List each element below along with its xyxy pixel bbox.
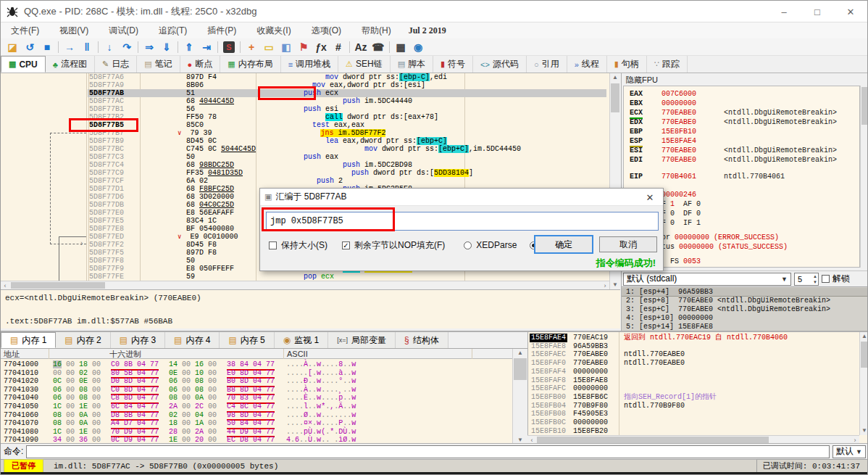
menu-item[interactable]: 视图(V) <box>49 22 99 38</box>
nop-fill-checkbox[interactable]: ✓ <box>342 241 350 249</box>
tab-内存 5[interactable]: ▤内存 5 <box>220 332 274 348</box>
menu-item[interactable]: 追踪(T) <box>149 22 197 38</box>
open-file-icon[interactable]: ◪ <box>4 40 21 54</box>
dump-row[interactable]: 7704106008 00 0A 00D8 8B 04 7702 00 04 0… <box>1 411 512 420</box>
disasm-row[interactable]: 5D8F77CF6A 02push 2 <box>1 177 608 185</box>
disasm-row[interactable]: 5D8F77A6897D F4mov dword ptr ss:[ebp-C],… <box>1 73 608 81</box>
memory-dump-view[interactable]: 7704100016 00 18 00C0 8B 04 7714 00 16 0… <box>1 359 512 445</box>
calculator-icon[interactable]: ▦ <box>392 40 409 54</box>
stack-row[interactable]: 15E8FAFC00000000 <box>528 384 859 393</box>
spinner-arrows-icon[interactable]: ▲▼ <box>813 273 817 285</box>
argument-row[interactable]: 2: [esp+8] 770EABE0 <ntdll.DbgUiRemoteBr… <box>622 297 868 305</box>
attach-icon[interactable]: ☎ <box>370 40 387 54</box>
disasm-row[interactable]: 5D8F77B585C0test eax,eax <box>1 121 608 129</box>
stack-row[interactable]: 15E8FAF815E8FAE8 <box>528 376 859 385</box>
pause-icon[interactable]: ‖ <box>78 40 96 54</box>
globe-icon[interactable]: ◉ <box>409 40 427 54</box>
stack-row[interactable]: 15E8FB04770B9F80ntdll.770B9F80 <box>528 402 859 410</box>
menu-item[interactable]: 收藏夹(I) <box>246 22 301 38</box>
tab-笔记[interactable]: ▤笔记 <box>137 56 180 73</box>
command-profile-select[interactable]: 默认▼ <box>832 445 866 458</box>
step-over-icon[interactable]: ↷ <box>118 40 135 54</box>
tab-源代码[interactable]: <>源代码 <box>473 56 527 73</box>
argument-row[interactable]: 5: [esp+14] 15E8FAE8 <box>622 323 868 331</box>
keep-size-checkbox[interactable] <box>269 241 277 249</box>
tab-内存 3[interactable]: ▤内存 3 <box>111 332 165 348</box>
disasm-row[interactable]: 5D8F77B7∨79 39jns im.5D8F77F2 <box>1 129 608 137</box>
dialog-close-icon[interactable]: ✕ <box>641 189 659 206</box>
stack-row[interactable]: 15E8FAF0770EABE0ntdll.770EABE0 <box>528 359 859 368</box>
register-row[interactable]: EBX00000000 <box>624 99 859 108</box>
xedparse-radio[interactable] <box>464 241 472 249</box>
disasm-row[interactable]: 5D8F77C9FF35 0481D35Dpush dword ptr ds:[… <box>1 169 608 177</box>
dump-row[interactable]: 7704101000 00 02 0080 5B 04 770E 00 10 0… <box>1 369 512 378</box>
tab-CPU[interactable]: ▦CPU <box>1 56 46 73</box>
function-icon[interactable]: ƒx <box>312 40 330 54</box>
unlock-checkbox[interactable] <box>822 275 830 283</box>
hash-icon[interactable]: # <box>330 40 347 54</box>
disasm-row[interactable]: 5D8F77AC68 4044C45Dpush im.5DC444405DC44… <box>1 97 608 105</box>
tab-监视 1[interactable]: ◉监视 1 <box>275 332 329 348</box>
disasm-row[interactable]: 5D8F77B156push esi <box>1 105 608 113</box>
register-row[interactable]: ESP15E8FAE4 <box>624 136 859 146</box>
register-row[interactable]: EAX007C6000 <box>624 89 859 99</box>
step-out-icon[interactable]: ⇑ <box>180 40 198 54</box>
dump-row[interactable]: 770410801C 00 1E 0070 D9 04 7728 00 2A 0… <box>1 428 512 437</box>
execute-till-return-icon[interactable]: ⇓ <box>158 40 175 54</box>
dump-row[interactable]: 7704107008 00 0A 00A4 D7 04 7718 00 1A 0… <box>1 419 512 428</box>
register-row[interactable]: ESI770EABE0<ntdll.DbgUiRemoteBreakin> <box>624 146 859 155</box>
disasm-row[interactable]: 5D8F77C468 98BDC25Dpush im.5DC2BD985DC2B… <box>1 161 608 169</box>
tab-内存 2[interactable]: ▤内存 2 <box>56 332 110 348</box>
dump-row[interactable]: 770410200C 00 0E 00D0 8D 04 7706 00 08 0… <box>1 377 512 386</box>
assemble-icon[interactable]: Az <box>352 40 370 54</box>
arguments-panel[interactable]: 1: [esp+4] 96A59BB32: [esp+8] 770EABE0 <… <box>621 286 868 331</box>
register-row[interactable]: EDI770EABE0<ntdll.DbgUiRemoteBreakin> <box>624 155 859 165</box>
tab-线程[interactable]: »线程 <box>567 56 607 73</box>
restart-icon[interactable]: ↺ <box>21 40 38 54</box>
menu-item[interactable]: 帮助(H) <box>351 22 401 38</box>
maximize-button[interactable]: □ <box>801 1 834 22</box>
registers-vscrollbar[interactable] <box>860 86 868 268</box>
menu-item[interactable]: 插件(P) <box>197 22 246 38</box>
animate-badge-icon[interactable]: S <box>220 40 238 54</box>
stack-row[interactable]: 15E8FB0C00000000 <box>528 418 859 427</box>
cancel-button[interactable]: 取消 <box>599 236 657 252</box>
patch-icon[interactable]: + <box>243 40 260 54</box>
argument-row[interactable]: 4: [esp+10] 00000000 <box>622 314 868 323</box>
dump-vscrollbar[interactable]: ▲▼ <box>512 349 527 445</box>
stack-row[interactable]: 15E8FAE896A59BB3 <box>528 342 859 351</box>
disasm-hscrollbar[interactable]: ‹› <box>1 281 609 289</box>
dump-row[interactable]: 7704100016 00 18 00C0 8B 04 7714 00 16 0… <box>1 360 512 369</box>
menu-item[interactable]: 选项(O) <box>301 22 351 38</box>
menu-item[interactable]: 文件(F) <box>1 22 49 38</box>
tab-符号[interactable]: ▮符号 <box>433 56 473 73</box>
tab-内存 1[interactable]: ▤内存 1 <box>1 332 56 348</box>
stack-row[interactable]: 15E8FAF400000000 <box>528 368 859 376</box>
arg-count-stepper[interactable]: 5 ▲▼ <box>794 273 819 286</box>
stack-vscrollbar[interactable]: ▲▼ <box>859 332 868 435</box>
tab-结构体[interactable]: §结构体 <box>396 332 448 348</box>
ok-button[interactable]: 确定 <box>534 235 593 254</box>
register-row[interactable]: EDX770EABE0<ntdll.DbgUiRemoteBreakin> <box>624 117 859 127</box>
run-to-user-code-icon[interactable]: ⇥ <box>198 40 215 54</box>
run-to-user-icon[interactable]: ⇒ <box>141 40 158 54</box>
argument-row[interactable]: 3: [esp+C] 770EABE0 <ntdll.DbgUiRemoteBr… <box>622 305 868 314</box>
disasm-row[interactable]: 5D8F77B2FF50 78call dword ptr ds:[eax+78… <box>1 113 608 121</box>
tab-日志[interactable]: ✎日志 <box>95 56 137 73</box>
comment-icon[interactable]: ▭ <box>260 40 277 54</box>
tab-调用堆栈[interactable]: ≡调用堆栈 <box>281 56 338 73</box>
tab-SEH链[interactable]: ⚠SEH链 <box>338 56 391 73</box>
stack-row[interactable]: 15E8FB1015E8FB20 <box>528 427 859 435</box>
argument-row[interactable]: 1: [esp+4] 96A59BB3 <box>622 288 868 297</box>
disasm-row[interactable]: 5D8F77FE59pop ecx <box>1 273 608 281</box>
bookmark-icon[interactable]: ⚑ <box>295 40 312 54</box>
stack-row[interactable]: 15E8FB08F45905E3 <box>528 410 859 418</box>
tab-断点[interactable]: ●断点 <box>180 56 221 73</box>
calling-convention-select[interactable]: 默认 (stdcall)▼ <box>623 273 791 286</box>
label-icon[interactable]: ◧ <box>277 40 295 54</box>
hide-fpu-toggle[interactable]: 隐藏FPU <box>626 75 658 86</box>
step-into-icon[interactable]: ↓ <box>101 40 118 54</box>
register-row[interactable]: ECX770EABE0<ntdll.DbgUiRemoteBreakin> <box>624 108 859 117</box>
disasm-row[interactable]: 5D8F77B98D45 0Clea eax,dword ptr ss:[ebp… <box>1 137 608 145</box>
assembly-instruction-input[interactable] <box>266 212 659 231</box>
